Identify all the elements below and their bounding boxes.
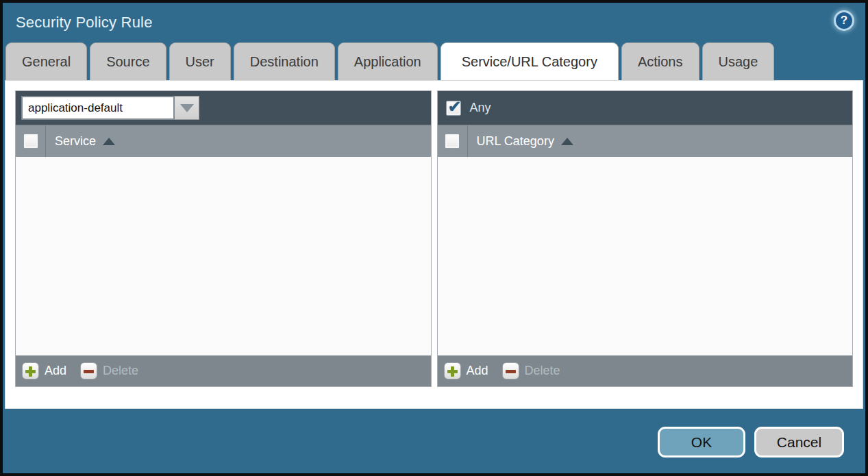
tab-source[interactable]: Source (90, 42, 166, 80)
service-add-label: Add (45, 364, 66, 378)
plus-icon (22, 362, 39, 379)
url-category-select-all-checkbox[interactable] (445, 134, 460, 149)
tab-user[interactable]: User (169, 42, 231, 80)
service-type-dropdown[interactable] (21, 96, 199, 120)
url-category-delete-label: Delete (525, 364, 560, 378)
chevron-down-icon (180, 104, 194, 112)
minus-icon (502, 362, 519, 379)
url-category-select-all-cell (438, 125, 468, 157)
url-category-panel-header: Any (438, 91, 853, 125)
service-add-button[interactable]: Add (22, 362, 66, 379)
service-panel: Service Add Delete (15, 90, 432, 387)
service-column-label[interactable]: Service (55, 134, 96, 149)
help-icon[interactable]: ? (834, 10, 854, 31)
tab-general[interactable]: General (5, 42, 87, 80)
url-category-add-button[interactable]: Add (444, 362, 488, 379)
tab-bar: General Source User Destination Applicat… (3, 42, 865, 80)
any-label: Any (470, 101, 491, 115)
tab-actions[interactable]: Actions (621, 42, 699, 80)
any-checkbox[interactable] (446, 101, 461, 116)
service-type-dropdown-button[interactable] (175, 96, 199, 120)
service-delete-button[interactable]: Delete (80, 362, 138, 379)
tab-service-url-category[interactable]: Service/URL Category (441, 42, 619, 80)
plus-icon (444, 362, 461, 379)
url-category-panel-footer: Add Delete (438, 355, 853, 386)
tab-usage[interactable]: Usage (702, 42, 775, 80)
service-select-all-checkbox[interactable] (23, 134, 38, 149)
security-policy-rule-dialog: Security Policy Rule ? General Source Us… (0, 0, 868, 476)
url-category-table-body[interactable] (438, 157, 853, 355)
service-delete-label: Delete (103, 364, 138, 378)
sort-ascending-icon[interactable] (103, 138, 115, 145)
url-category-add-label: Add (467, 364, 488, 378)
dialog-title: Security Policy Rule (16, 14, 153, 32)
url-category-delete-button[interactable]: Delete (502, 362, 560, 379)
ok-button[interactable]: OK (658, 427, 745, 458)
url-category-panel: Any URL Category Add (437, 90, 854, 387)
tab-content-area: Service Add Delete An (5, 80, 863, 409)
tab-application[interactable]: Application (338, 42, 438, 80)
service-panel-footer: Add Delete (16, 355, 431, 386)
service-column-header: Service (16, 125, 431, 157)
url-category-column-header: URL Category (438, 125, 853, 157)
dialog-actions: OK Cancel (658, 427, 844, 458)
minus-icon (80, 362, 97, 379)
service-panel-header (16, 91, 431, 125)
service-select-all-cell (16, 125, 46, 157)
tab-destination[interactable]: Destination (234, 42, 335, 80)
sort-ascending-icon[interactable] (561, 138, 573, 145)
dialog-titlebar: Security Policy Rule ? (3, 3, 865, 42)
service-type-input[interactable] (21, 96, 175, 120)
url-category-column-label[interactable]: URL Category (477, 134, 554, 149)
service-table-body[interactable] (16, 157, 431, 355)
cancel-button[interactable]: Cancel (754, 427, 844, 458)
